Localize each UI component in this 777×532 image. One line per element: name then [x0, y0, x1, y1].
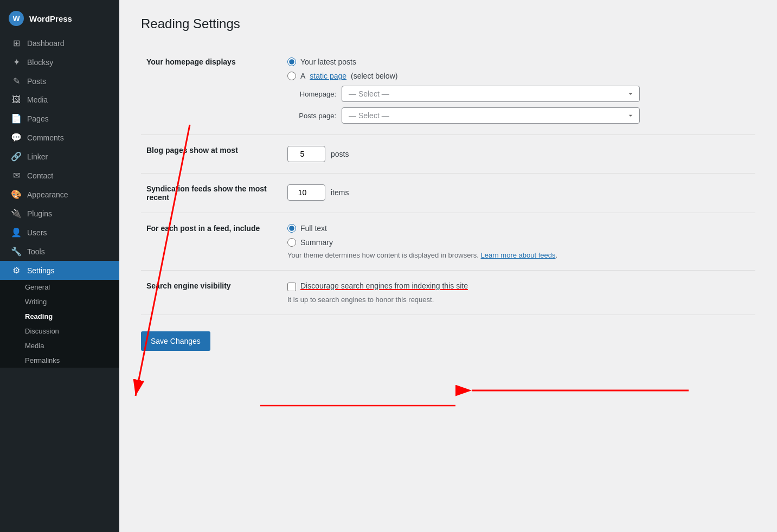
syndication-number-row: items — [287, 184, 750, 201]
homepage-radio-group: Your latest posts A static page (select … — [287, 57, 750, 80]
blog-pages-label: Blog pages show at most — [141, 135, 282, 174]
save-changes-button[interactable]: Save Changes — [141, 331, 210, 351]
posts-icon: ✎ — [11, 76, 22, 86]
sidebar-item-contact[interactable]: ✉ Contact — [0, 166, 119, 185]
sidebar-item-label: Media — [27, 95, 48, 104]
pages-icon: 📄 — [11, 113, 22, 124]
sidebar-item-pages[interactable]: 📄 Pages — [0, 109, 119, 128]
blog-pages-input[interactable] — [287, 146, 325, 162]
static-page-radio[interactable] — [287, 72, 296, 80]
learn-more-feeds-link[interactable]: Learn more about feeds — [481, 251, 556, 259]
summary-radio-text: Summary — [300, 238, 333, 247]
sidebar-item-label: Settings — [27, 266, 55, 275]
homepage-displays-row: Your homepage displays Your latest posts… — [141, 47, 755, 135]
latest-posts-radio-label[interactable]: Your latest posts — [287, 57, 750, 66]
sidebar-item-label: Appearance — [27, 190, 68, 199]
search-visibility-content: Discourage search engines from indexing … — [282, 271, 755, 315]
submenu-item-discussion[interactable]: Discussion — [0, 324, 119, 338]
syndication-feeds-label: Syndication feeds show the most recent — [141, 174, 282, 213]
static-page-link[interactable]: static page — [310, 72, 346, 80]
homepage-select[interactable]: — Select — — [342, 86, 640, 102]
settings-table: Your homepage displays Your latest posts… — [141, 47, 755, 315]
users-icon: 👤 — [11, 227, 22, 238]
submenu-item-reading[interactable]: Reading — [0, 309, 119, 324]
summary-radio-label[interactable]: Summary — [287, 238, 750, 247]
sidebar-item-label: Dashboard — [27, 39, 65, 48]
search-visibility-info: It is up to search engines to honor this… — [287, 296, 750, 304]
search-visibility-checkbox-text: Discourage search engines from indexing … — [300, 281, 468, 290]
feed-include-label: For each post in a feed, include — [141, 213, 282, 271]
contact-icon: ✉ — [11, 170, 22, 181]
settings-icon: ⚙ — [11, 265, 22, 275]
sidebar-item-label: Comments — [27, 133, 64, 142]
blog-pages-number-row: posts — [287, 146, 750, 162]
media-icon: 🖼 — [11, 95, 22, 105]
sidebar-item-label: Linker — [27, 152, 48, 161]
full-text-radio-text: Full text — [300, 224, 327, 233]
latest-posts-radio-text: Your latest posts — [300, 57, 356, 66]
homepage-select-row: Homepage: — Select — — [287, 86, 750, 102]
feed-include-row: For each post in a feed, include Full te… — [141, 213, 755, 271]
main-content: Reading Settings Your homepage displays … — [119, 0, 777, 532]
comments-icon: 💬 — [11, 132, 22, 143]
appearance-icon: 🎨 — [11, 189, 22, 200]
sidebar-item-posts[interactable]: ✎ Posts — [0, 72, 119, 91]
blog-pages-suffix: posts — [331, 150, 349, 158]
sidebar-item-label: Contact — [27, 171, 53, 180]
homepage-displays-content: Your latest posts A static page (select … — [282, 47, 755, 135]
sidebar-item-label: Posts — [27, 77, 46, 86]
submenu-item-writing[interactable]: Writing — [0, 294, 119, 309]
posts-page-select-row: Posts page: — Select — — [287, 107, 750, 124]
blocksy-icon: ✦ — [11, 57, 22, 67]
latest-posts-radio[interactable] — [287, 57, 296, 66]
page-title: Reading Settings — [141, 16, 755, 31]
sidebar-item-blocksy[interactable]: ✦ Blocksy — [0, 53, 119, 72]
sidebar-item-users[interactable]: 👤 Users — [0, 223, 119, 242]
sidebar-item-dashboard[interactable]: ⊞ Dashboard — [0, 34, 119, 53]
plugins-icon: 🔌 — [11, 208, 22, 219]
sidebar-item-label: Blocksy — [27, 58, 53, 67]
sidebar-item-label: Users — [27, 228, 47, 237]
search-visibility-checkbox[interactable] — [287, 283, 296, 291]
search-visibility-checkbox-label[interactable]: Discourage search engines from indexing … — [287, 281, 750, 291]
sidebar-item-settings[interactable]: ⚙ Settings — [0, 261, 119, 280]
feed-info-text: Your theme determines how content is dis… — [287, 251, 750, 259]
sidebar-item-label: Tools — [27, 247, 45, 256]
tools-icon: 🔧 — [11, 246, 22, 257]
submenu-item-permalinks[interactable]: Permalinks — [0, 353, 119, 368]
static-page-radio-label[interactable]: A static page (select below) — [287, 72, 750, 80]
full-text-radio-label[interactable]: Full text — [287, 224, 750, 233]
sidebar-item-comments[interactable]: 💬 Comments — [0, 128, 119, 147]
sidebar-item-tools[interactable]: 🔧 Tools — [0, 242, 119, 261]
sidebar: W WordPress ⊞ Dashboard ✦ Blocksy ✎ Post… — [0, 0, 119, 532]
sidebar-item-media[interactable]: 🖼 Media — [0, 91, 119, 109]
blog-pages-row: Blog pages show at most posts — [141, 135, 755, 174]
syndication-feeds-input[interactable] — [287, 184, 325, 201]
submenu-item-media[interactable]: Media — [0, 338, 119, 353]
posts-page-select[interactable]: — Select — — [342, 107, 640, 124]
sidebar-item-label: Pages — [27, 114, 49, 123]
full-text-radio[interactable] — [287, 224, 296, 233]
homepage-select-label: Homepage: — [287, 90, 336, 98]
wp-logo-icon: W — [9, 11, 24, 26]
site-logo: W WordPress — [0, 4, 119, 34]
settings-submenu: General Writing Reading Discussion Media… — [0, 280, 119, 368]
syndication-feeds-suffix: items — [331, 188, 349, 197]
search-visibility-label: Search engine visibility — [141, 271, 282, 315]
sidebar-item-appearance[interactable]: 🎨 Appearance — [0, 185, 119, 204]
search-visibility-row: Search engine visibility Discourage sear… — [141, 271, 755, 315]
sidebar-item-label: Plugins — [27, 209, 52, 218]
site-name: WordPress — [29, 14, 72, 23]
sidebar-item-plugins[interactable]: 🔌 Plugins — [0, 204, 119, 223]
feed-radio-group: Full text Summary — [287, 224, 750, 247]
static-page-suffix: (select below) — [351, 72, 397, 80]
linker-icon: 🔗 — [11, 151, 22, 162]
dashboard-icon: ⊞ — [11, 38, 22, 48]
sidebar-item-linker[interactable]: 🔗 Linker — [0, 147, 119, 166]
syndication-feeds-row: Syndication feeds show the most recent i… — [141, 174, 755, 213]
summary-radio[interactable] — [287, 238, 296, 247]
syndication-feeds-content: items — [282, 174, 755, 213]
save-button-container: Save Changes — [141, 326, 755, 351]
homepage-displays-label: Your homepage displays — [141, 47, 282, 135]
submenu-item-general[interactable]: General — [0, 280, 119, 294]
